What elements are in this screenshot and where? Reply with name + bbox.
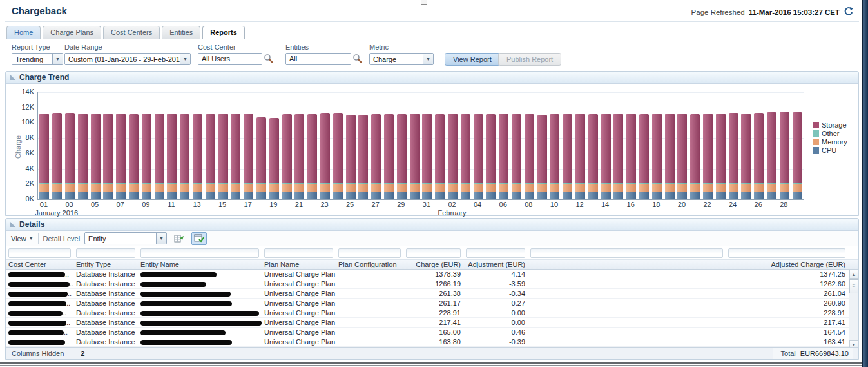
bar-segment-other[interactable] xyxy=(690,183,700,184)
bar-segment-other[interactable] xyxy=(371,183,381,184)
bar-segment-memory[interactable] xyxy=(741,184,751,192)
chevron-down-icon[interactable]: ▼ xyxy=(52,54,63,64)
bar-segment-memory[interactable] xyxy=(461,184,470,192)
bar-segment-cpu[interactable] xyxy=(665,192,675,199)
bar-segment-memory[interactable] xyxy=(677,184,687,192)
bar-segment-memory[interactable] xyxy=(346,184,356,192)
bar-segment-memory[interactable] xyxy=(384,184,394,192)
bar-segment-cpu[interactable] xyxy=(231,192,240,199)
bar-segment-other[interactable] xyxy=(116,183,126,184)
bar-segment-storage[interactable] xyxy=(320,113,330,183)
bar-segment-storage[interactable] xyxy=(588,114,598,183)
bar-segment-other[interactable] xyxy=(639,183,649,184)
bar-segment-memory[interactable] xyxy=(512,184,521,192)
column-header[interactable]: Charge (EUR) xyxy=(403,261,463,268)
bar-segment-cpu[interactable] xyxy=(448,192,458,199)
bar-segment-cpu[interactable] xyxy=(767,192,776,199)
bar-segment-cpu[interactable] xyxy=(780,192,789,199)
chevron-down-icon[interactable]: ▼ xyxy=(423,54,433,64)
bar-segment-cpu[interactable] xyxy=(155,192,164,199)
charge-trend-header[interactable]: Charge Trend xyxy=(6,72,858,84)
bar-segment-other[interactable] xyxy=(793,183,802,184)
bar-segment-other[interactable] xyxy=(65,183,75,184)
bar-segment-other[interactable] xyxy=(563,183,572,184)
bar-segment-other[interactable] xyxy=(448,183,458,184)
bar-segment-memory[interactable] xyxy=(269,184,279,192)
bar-segment-storage[interactable] xyxy=(410,114,420,183)
bar-segment-storage[interactable] xyxy=(780,112,789,183)
bar-segment-storage[interactable] xyxy=(601,114,611,183)
bar-segment-memory[interactable] xyxy=(588,184,598,192)
bar-segment-memory[interactable] xyxy=(256,184,266,192)
column-filter-input[interactable] xyxy=(264,248,333,258)
column-filter-input[interactable] xyxy=(466,248,525,258)
bar-segment-storage[interactable] xyxy=(435,114,445,183)
bar-segment-storage[interactable] xyxy=(486,114,496,183)
bar-segment-other[interactable] xyxy=(231,183,240,184)
bar-segment-storage[interactable] xyxy=(665,114,675,183)
tab-home[interactable]: Home xyxy=(6,26,41,39)
details-header[interactable]: Details xyxy=(6,219,858,231)
bar-segment-memory[interactable] xyxy=(639,184,649,192)
bar-segment-other[interactable] xyxy=(244,183,253,184)
bar-segment-storage[interactable] xyxy=(525,114,534,183)
bar-segment-cpu[interactable] xyxy=(180,192,189,199)
bar-segment-storage[interactable] xyxy=(639,114,649,183)
bar-segment-cpu[interactable] xyxy=(537,192,547,199)
bar-segment-storage[interactable] xyxy=(754,113,764,183)
bar-segment-storage[interactable] xyxy=(716,114,726,183)
bar-segment-memory[interactable] xyxy=(282,184,292,192)
bar-segment-other[interactable] xyxy=(601,183,611,184)
bar-segment-cpu[interactable] xyxy=(346,192,356,199)
bar-segment-storage[interactable] xyxy=(91,114,101,183)
bar-segment-other[interactable] xyxy=(206,183,215,184)
bar-segment-cpu[interactable] xyxy=(244,192,253,199)
bar-segment-cpu[interactable] xyxy=(397,192,407,199)
bar-segment-storage[interactable] xyxy=(677,114,687,183)
bar-segment-cpu[interactable] xyxy=(639,192,649,199)
column-header[interactable]: Adjustment (EUR) xyxy=(463,261,528,268)
bar-segment-other[interactable] xyxy=(588,183,598,184)
column-filter-input[interactable] xyxy=(530,248,723,258)
bar-segment-other[interactable] xyxy=(333,183,343,184)
bar-segment-memory[interactable] xyxy=(729,184,738,192)
column-filter-input[interactable] xyxy=(728,248,845,258)
bar-segment-other[interactable] xyxy=(155,183,164,184)
bar-segment-memory[interactable] xyxy=(754,184,764,192)
bar-segment-storage[interactable] xyxy=(206,114,215,183)
bar-segment-cpu[interactable] xyxy=(601,192,611,199)
bar-segment-cpu[interactable] xyxy=(282,192,292,199)
bar-segment-memory[interactable] xyxy=(320,184,330,192)
column-filter-input[interactable] xyxy=(338,248,401,258)
bar-segment-memory[interactable] xyxy=(435,184,445,192)
bar-segment-other[interactable] xyxy=(103,183,113,184)
bar-segment-cpu[interactable] xyxy=(116,192,126,199)
bar-segment-memory[interactable] xyxy=(793,184,802,192)
bar-segment-memory[interactable] xyxy=(78,184,88,192)
bar-segment-other[interactable] xyxy=(142,183,151,184)
bar-segment-memory[interactable] xyxy=(601,184,611,192)
bar-segment-memory[interactable] xyxy=(65,184,75,192)
bar-segment-memory[interactable] xyxy=(103,184,113,192)
entities-input[interactable]: All xyxy=(285,53,351,65)
bar-segment-storage[interactable] xyxy=(142,114,151,183)
bar-segment-storage[interactable] xyxy=(244,114,253,183)
bar-segment-cpu[interactable] xyxy=(410,192,420,199)
bar-segment-cpu[interactable] xyxy=(703,192,713,199)
bar-segment-cpu[interactable] xyxy=(78,192,88,199)
bar-segment-other[interactable] xyxy=(410,183,420,184)
column-filter-input[interactable] xyxy=(8,248,71,258)
bar-segment-memory[interactable] xyxy=(703,184,713,192)
bar-segment-other[interactable] xyxy=(269,183,279,184)
bar-segment-cpu[interactable] xyxy=(333,192,343,199)
bar-segment-storage[interactable] xyxy=(129,114,139,183)
bar-segment-cpu[interactable] xyxy=(716,192,726,199)
bar-segment-memory[interactable] xyxy=(333,184,343,192)
bar-segment-cpu[interactable] xyxy=(320,192,330,199)
bar-segment-other[interactable] xyxy=(741,183,751,184)
bar-segment-other[interactable] xyxy=(729,183,738,184)
bar-segment-memory[interactable] xyxy=(422,184,432,192)
bar-segment-other[interactable] xyxy=(435,183,445,184)
detail-level-select[interactable]: Entity ▼ xyxy=(84,232,167,244)
bar-segment-memory[interactable] xyxy=(167,184,177,192)
